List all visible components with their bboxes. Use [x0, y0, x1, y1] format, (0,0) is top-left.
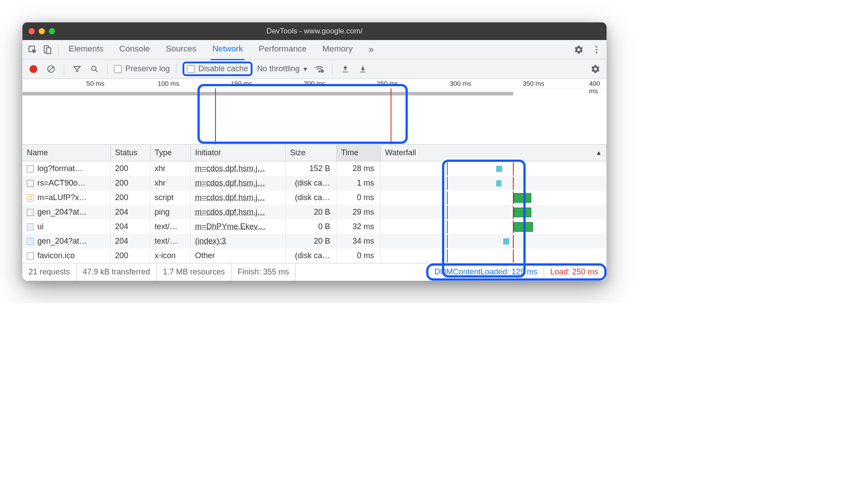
load-marker — [391, 88, 391, 144]
request-type: script — [150, 190, 190, 205]
col-header-size[interactable]: Size — [285, 145, 336, 161]
load-marker-line — [513, 235, 514, 248]
request-time: 29 ms — [336, 205, 380, 219]
svg-line-7 — [48, 66, 54, 72]
dcl-marker — [215, 88, 216, 144]
tab-performance[interactable]: Performance — [257, 40, 308, 60]
preserve-log-checkbox[interactable]: Preserve log — [114, 64, 170, 73]
table-row[interactable]: gen_204?at… 204 text/… (index):3 20 B 34… — [22, 234, 607, 248]
device-toolbar-icon[interactable] — [40, 42, 55, 57]
table-row[interactable]: gen_204?at… 204 ping m=cdos,dpf,hsm,j… 2… — [22, 205, 607, 219]
throttling-select[interactable]: No throttling ▼ — [257, 64, 308, 73]
request-status: 204 — [110, 219, 150, 234]
clear-icon[interactable] — [44, 62, 58, 76]
waterfall-cell — [381, 249, 607, 263]
request-status: 200 — [110, 161, 150, 176]
status-finish: Finish: 355 ms — [231, 263, 296, 281]
request-size: 20 B — [285, 234, 336, 248]
status-transferred: 47.9 kB transferred — [77, 263, 157, 281]
file-type-icon — [27, 180, 34, 187]
table-row[interactable]: ui 204 text/… m=DhPYme,Ekev… 0 B 32 ms — [22, 219, 607, 234]
request-size: 0 B — [285, 219, 336, 234]
disable-cache-highlight: Disable cache — [183, 62, 252, 76]
settings-icon[interactable] — [571, 42, 586, 57]
overview-activity-band — [22, 92, 607, 95]
col-header-status[interactable]: Status — [110, 145, 150, 161]
inspect-element-icon[interactable] — [25, 42, 40, 57]
tab-memory[interactable]: Memory — [321, 40, 355, 60]
svg-point-4 — [596, 49, 597, 51]
table-row[interactable]: m=aLUfP?x… 200 script m=cdos,dpf,hsm,j… … — [22, 190, 607, 205]
filter-icon[interactable] — [70, 62, 84, 76]
table-row[interactable]: log?format… 200 xhr m=cdos,dpf,hsm,j… 15… — [22, 161, 607, 176]
request-type: text/… — [150, 234, 190, 248]
status-resources: 1.7 MB resources — [157, 263, 231, 281]
load-marker-line — [513, 177, 514, 190]
download-har-icon[interactable] — [356, 62, 369, 76]
initiator-text: Other — [195, 251, 215, 260]
tab-console[interactable]: Console — [117, 40, 152, 60]
initiator-link[interactable]: m=cdos,dpf,hsm,j… — [195, 164, 266, 173]
initiator-link[interactable]: m=DhPYme,Ekev… — [195, 222, 266, 231]
svg-point-8 — [91, 66, 96, 70]
request-status: 200 — [110, 190, 150, 205]
waterfall-bar — [514, 208, 531, 217]
dcl-marker-line — [447, 249, 448, 263]
tabs-overflow-button[interactable]: » — [367, 40, 376, 60]
request-status: 200 — [110, 176, 150, 190]
col-header-waterfall[interactable]: Waterfall ▲ — [380, 145, 607, 161]
titlebar: DevTools - www.google.com/ — [22, 22, 607, 40]
kebab-menu-icon[interactable] — [589, 42, 604, 57]
tab-network[interactable]: Network — [211, 40, 245, 60]
dcl-marker-line — [447, 191, 448, 205]
svg-rect-13 — [360, 71, 366, 72]
network-settings-icon[interactable] — [589, 62, 602, 76]
panel-tabbar: Elements Console Sources Network Perform… — [22, 40, 607, 59]
col-header-type[interactable]: Type — [150, 145, 190, 161]
request-size: 152 B — [285, 161, 336, 176]
initiator-link[interactable]: m=cdos,dpf,hsm,j… — [195, 208, 266, 216]
sort-indicator-icon: ▲ — [596, 149, 602, 156]
network-conditions-icon[interactable] — [313, 62, 326, 76]
request-name: gen_204?at… — [37, 208, 87, 217]
annotation-highlight-timing: DOMContentLoaded: 129 ms Load: 250 ms — [426, 263, 607, 281]
chevron-down-icon: ▼ — [302, 66, 308, 73]
disable-cache-label: Disable cache — [198, 64, 248, 73]
file-type-icon — [27, 223, 34, 230]
tab-elements[interactable]: Elements — [67, 40, 105, 60]
request-status: 200 — [110, 248, 150, 263]
load-marker-line — [513, 162, 514, 175]
search-icon[interactable] — [88, 62, 101, 76]
timeline-overview[interactable]: 50 ms 100 ms 150 ms 200 ms 250 ms 300 ms… — [22, 79, 607, 145]
initiator-link[interactable]: m=cdos,dpf,hsm,j… — [195, 179, 266, 187]
initiator-link[interactable]: m=cdos,dpf,hsm,j… — [195, 193, 266, 202]
panel-tabs: Elements Console Sources Network Perform… — [67, 40, 571, 60]
dcl-marker-line — [447, 162, 448, 175]
waterfall-bar — [503, 238, 509, 245]
col-header-name[interactable]: Name — [22, 145, 110, 161]
col-header-initiator[interactable]: Initiator — [190, 145, 285, 161]
request-type: x-icon — [150, 248, 190, 263]
col-header-time[interactable]: Time — [336, 145, 380, 161]
disable-cache-checkbox[interactable]: Disable cache — [187, 64, 248, 73]
initiator-link[interactable]: (index):3 — [195, 237, 226, 245]
request-name: m=aLUfP?x… — [37, 193, 87, 202]
record-button[interactable] — [27, 62, 40, 76]
request-time: 0 ms — [336, 248, 380, 263]
tab-sources[interactable]: Sources — [164, 40, 198, 60]
waterfall-cell — [381, 235, 607, 248]
svg-point-5 — [596, 51, 597, 53]
request-status: 204 — [110, 234, 150, 248]
svg-point-3 — [596, 46, 597, 47]
status-load: Load: 250 ms — [544, 266, 604, 278]
file-type-icon — [27, 252, 34, 259]
waterfall-cell — [381, 177, 607, 190]
table-row[interactable]: favicon.ico 200 x-icon Other (disk ca… 0… — [22, 248, 607, 263]
dcl-marker-line — [447, 235, 448, 248]
request-time: 28 ms — [336, 161, 380, 176]
table-row[interactable]: rs=ACT90o… 200 xhr m=cdos,dpf,hsm,j… (di… — [22, 176, 607, 190]
waterfall-bar — [496, 166, 502, 172]
file-type-icon — [27, 165, 34, 172]
request-type: text/… — [150, 219, 190, 234]
upload-har-icon[interactable] — [339, 62, 352, 76]
